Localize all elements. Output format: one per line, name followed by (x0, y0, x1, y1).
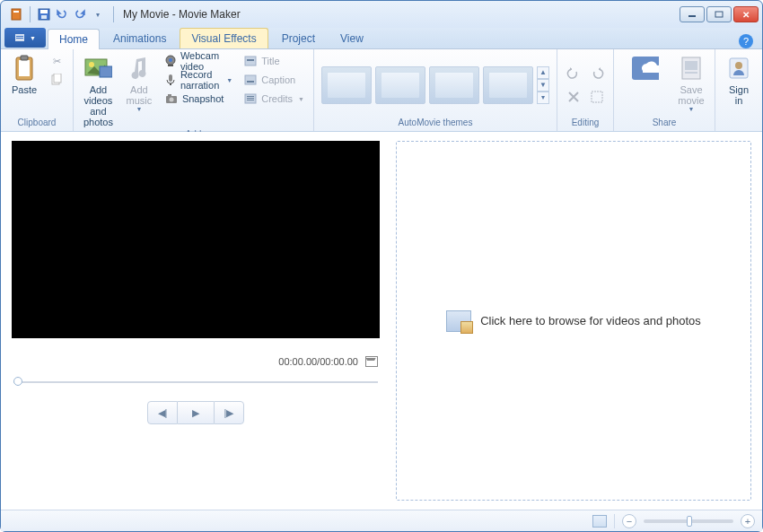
clipboard-group-label: Clipboard (6, 118, 67, 130)
group-clipboard: Paste ✂ Clipboard (1, 49, 74, 131)
minimize-button[interactable] (680, 6, 705, 22)
rotate-left-button[interactable] (563, 63, 584, 84)
svg-rect-8 (16, 36, 23, 37)
next-frame-button[interactable]: |▶ (214, 401, 244, 424)
record-label: Record narration (180, 69, 221, 91)
undo-icon[interactable] (54, 6, 70, 22)
group-automovie-themes: ▲ ▼ ▾ AutoMovie themes (314, 49, 557, 131)
sign-in-button[interactable]: Sign in (721, 52, 757, 108)
time-row: 00:00.00/00:00.00 (12, 353, 380, 371)
editing-group-label: Editing (563, 118, 608, 130)
tab-project[interactable]: Project (270, 28, 327, 48)
webcam-video-button[interactable]: Webcam video (161, 52, 236, 70)
title-separator (113, 6, 114, 22)
zoom-knob[interactable] (687, 516, 692, 527)
credits-button[interactable]: Credits ▼ (240, 90, 308, 108)
theme-thumb[interactable] (483, 66, 533, 104)
timeline-pane[interactable]: Click here to browse for videos and phot… (396, 141, 751, 501)
svg-rect-3 (40, 10, 48, 13)
svg-rect-21 (169, 74, 172, 82)
svg-rect-34 (592, 92, 602, 102)
svg-rect-5 (688, 15, 696, 17)
status-bar: − + (1, 510, 762, 531)
remove-button[interactable] (563, 86, 584, 108)
group-editing: Editing (557, 49, 614, 131)
save-movie-button[interactable]: Save movie ▼ (673, 52, 709, 115)
svg-rect-31 (247, 96, 254, 97)
add-videos-photos-button[interactable]: Add videos and photos (79, 52, 118, 129)
seek-bar[interactable] (13, 374, 378, 390)
maximize-button[interactable] (706, 6, 732, 22)
close-button[interactable]: ✕ (733, 6, 759, 22)
paste-label: Paste (12, 84, 37, 95)
seek-knob[interactable] (13, 377, 22, 386)
select-all-button[interactable] (586, 86, 608, 108)
gallery-scroll: ▲ ▼ ▾ (537, 66, 549, 104)
app-window: ▾ My Movie - Movie Maker ✕ ▼ Home Animat… (0, 0, 763, 532)
share-group-label: Share (619, 118, 709, 130)
title-button[interactable]: Title (240, 52, 308, 70)
svg-rect-12 (21, 56, 28, 60)
svg-rect-37 (685, 61, 697, 70)
ribbon-tabs: ▼ Home Animations Visual Effects Project… (1, 28, 762, 49)
tab-home[interactable]: Home (48, 29, 100, 49)
zoom-slider[interactable] (644, 519, 733, 523)
caption-button[interactable]: Caption (240, 71, 308, 89)
record-narration-button[interactable]: Record narration ▼ (161, 71, 236, 89)
file-menu-button[interactable]: ▼ (4, 28, 46, 48)
tab-visual-effects[interactable]: Visual Effects (180, 28, 267, 48)
rotate-right-button[interactable] (586, 63, 608, 84)
title-icon (243, 54, 258, 68)
drop-text: Click here to browse for videos and phot… (480, 314, 701, 327)
content-area: 00:00.00/00:00.00 ◀| ▶ |▶ Click here to … (1, 132, 762, 510)
gallery-more-button[interactable]: ▾ (537, 92, 549, 104)
zoom-in-button[interactable]: + (741, 514, 755, 528)
ribbon: Paste ✂ Clipboard Add videos and photos (1, 49, 762, 132)
fullscreen-button[interactable] (365, 356, 378, 367)
window-title: My Movie - Movie Maker (123, 8, 241, 21)
chevron-down-icon: ▼ (298, 96, 304, 102)
quick-access-toolbar: ▾ (4, 6, 110, 22)
thumbnails-view-button[interactable] (592, 515, 607, 528)
redo-icon[interactable] (72, 6, 88, 22)
zoom-out-button[interactable]: − (622, 514, 636, 528)
add-music-button[interactable]: Add music ▼ (121, 52, 157, 115)
scissors-icon: ✂ (49, 54, 64, 68)
group-add: Add videos and photos Add music ▼ Webcam… (74, 49, 314, 131)
tab-view[interactable]: View (329, 28, 375, 48)
seek-track (13, 381, 378, 383)
save-icon[interactable] (36, 6, 52, 22)
theme-thumb[interactable] (375, 66, 425, 104)
share-cloud-button[interactable] (619, 52, 670, 86)
paste-button[interactable]: Paste (6, 52, 42, 97)
cut-button[interactable]: ✂ (46, 52, 67, 70)
browse-media-icon (446, 310, 471, 332)
snapshot-label: Snapshot (182, 93, 224, 104)
svg-point-24 (169, 98, 173, 102)
gallery-up-button[interactable]: ▲ (537, 66, 549, 79)
add-music-label: Add music (127, 84, 153, 106)
transport-controls: ◀| ▶ |▶ (12, 401, 380, 424)
prev-frame-button[interactable]: ◀| (147, 401, 178, 424)
svg-rect-32 (247, 98, 254, 99)
microphone-icon (164, 73, 177, 87)
theme-thumb[interactable] (321, 66, 372, 104)
qat-separator (30, 6, 31, 22)
tab-animations[interactable]: Animations (101, 28, 178, 48)
gallery-down-button[interactable]: ▼ (537, 79, 549, 92)
chevron-down-icon: ▼ (688, 106, 695, 113)
app-menu-icon[interactable] (8, 6, 24, 22)
theme-thumb[interactable] (429, 66, 479, 104)
help-icon[interactable]: ? (739, 34, 753, 48)
video-preview[interactable] (12, 141, 380, 338)
snapshot-button[interactable]: Snapshot (161, 90, 236, 108)
copy-button[interactable] (46, 71, 67, 89)
play-button[interactable]: ▶ (178, 401, 214, 424)
window-controls: ✕ (678, 6, 759, 22)
svg-rect-6 (715, 12, 723, 17)
cloud-icon (630, 54, 659, 83)
photo-video-icon (83, 54, 112, 83)
drop-prompt: Click here to browse for videos and phot… (446, 310, 701, 332)
qat-customize-icon[interactable]: ▾ (90, 6, 106, 22)
title-bar: ▾ My Movie - Movie Maker ✕ (1, 1, 762, 28)
